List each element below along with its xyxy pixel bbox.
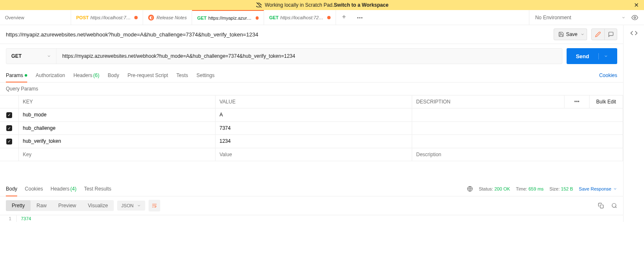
table-row: ✓	[0, 121, 623, 135]
globe-icon[interactable]	[467, 186, 473, 192]
view-pretty[interactable]: Pretty	[6, 200, 31, 211]
value-input[interactable]	[220, 125, 408, 131]
copy-icon[interactable]	[598, 203, 604, 209]
tab-url: https://myapiz.azurewe	[208, 15, 253, 21]
desc-input[interactable]	[416, 152, 619, 157]
status-value: 200 OK	[495, 186, 510, 191]
desc-input[interactable]	[416, 112, 619, 118]
comment-button[interactable]	[604, 28, 617, 40]
view-raw[interactable]: Raw	[31, 200, 52, 211]
col-actions[interactable]: •••	[564, 95, 590, 108]
key-input[interactable]	[23, 112, 211, 118]
search-icon[interactable]	[611, 203, 617, 209]
code-content[interactable]: 7374	[17, 215, 35, 222]
desc-input[interactable]	[416, 125, 619, 131]
key-input[interactable]	[23, 152, 211, 157]
url-input[interactable]	[56, 53, 562, 59]
col-key: KEY	[18, 95, 215, 108]
plus-icon	[341, 14, 347, 20]
query-params-title: Query Params	[0, 82, 623, 95]
bulk-edit-button[interactable]: Bulk Edit	[590, 95, 623, 108]
request-title-bar: https://myapiz.azurewebsites.net/webhook…	[0, 25, 623, 44]
method-label: POST	[76, 15, 89, 20]
tab-body[interactable]: Body	[108, 68, 119, 82]
pencil-icon	[595, 31, 601, 37]
tabs-bar: Overview POST https://localhost:7280 ◐ R…	[0, 10, 644, 25]
environment-select[interactable]: No Environment	[535, 15, 626, 21]
table-row: ✓	[0, 135, 623, 148]
new-tab-button[interactable]	[336, 14, 352, 21]
save-dropdown[interactable]	[578, 28, 587, 40]
col-check	[0, 95, 18, 108]
environment-label: No Environment	[535, 15, 571, 21]
resp-tab-tests[interactable]: Test Results	[84, 182, 111, 196]
code-icon[interactable]	[630, 29, 638, 37]
tabs-left: Overview POST https://localhost:7280 ◐ R…	[0, 10, 529, 25]
method-label: GET	[269, 15, 279, 20]
banner-text: Working locally in Scratch Pad.	[265, 2, 334, 8]
svg-point-3	[612, 203, 616, 207]
tab-overview[interactable]: Overview	[0, 10, 71, 25]
tab-get-myapiz[interactable]: GET https://myapiz.azurewe	[192, 10, 264, 25]
environment-section: No Environment	[529, 10, 644, 25]
tab-params[interactable]: Params	[6, 68, 27, 82]
tab-get-localhost[interactable]: GET https://localhost:7280/	[264, 10, 336, 25]
tab-authorization[interactable]: Authorization	[36, 68, 65, 82]
unsaved-dot-icon	[134, 16, 138, 19]
key-input[interactable]	[23, 138, 211, 144]
resp-tab-headers[interactable]: Headers (4)	[51, 182, 77, 196]
table-row: ✓	[0, 108, 623, 122]
wrap-button[interactable]	[149, 200, 160, 211]
switch-workspace-link[interactable]: Switch to a Workspace	[334, 2, 388, 8]
lang-label: JSON	[121, 203, 133, 208]
tab-tests[interactable]: Tests	[176, 68, 188, 82]
count-badge: (6)	[93, 72, 100, 78]
col-value: VALUE	[215, 95, 412, 108]
response-toolbar: Pretty Raw Preview Visualize JSON	[0, 196, 623, 215]
eye-icon[interactable]	[631, 14, 638, 21]
view-visualize[interactable]: Visualize	[82, 200, 114, 211]
resp-tab-body[interactable]: Body	[6, 182, 17, 196]
cookies-link[interactable]: Cookies	[599, 72, 617, 78]
view-preview[interactable]: Preview	[52, 200, 82, 211]
tab-more-button[interactable]: •••	[352, 15, 368, 20]
tab-prerequest[interactable]: Pre-request Script	[128, 68, 168, 82]
tab-post-localhost[interactable]: POST https://localhost:7280	[71, 10, 143, 25]
unsaved-dot-icon	[327, 16, 331, 19]
chevron-down-icon	[604, 54, 608, 58]
response-body: 1 7374	[0, 215, 623, 222]
resp-tab-cookies[interactable]: Cookies	[25, 182, 43, 196]
size-label: Size:	[549, 186, 559, 191]
value-input[interactable]	[220, 152, 408, 157]
send-button[interactable]: Send	[567, 48, 617, 64]
value-input[interactable]	[220, 138, 408, 144]
indicator-dot-icon	[25, 74, 27, 77]
checkbox[interactable]: ✓	[6, 125, 12, 131]
tab-headers[interactable]: Headers (6)	[73, 68, 99, 82]
checkbox[interactable]: ✓	[6, 139, 12, 144]
save-response-button[interactable]: Save Response	[579, 186, 617, 191]
checkbox[interactable]: ✓	[6, 112, 12, 118]
right-sidebar	[623, 25, 644, 222]
tab-url: https://localhost:7280	[90, 15, 132, 20]
chevron-down-icon	[580, 32, 585, 36]
desc-input[interactable]	[416, 138, 619, 144]
tab-label: Headers	[51, 186, 69, 192]
method-select[interactable]: GET	[6, 49, 56, 64]
svg-rect-2	[600, 205, 603, 208]
save-group: Save	[554, 28, 617, 40]
lang-select[interactable]: JSON	[117, 201, 145, 211]
save-label: Save	[566, 31, 577, 37]
close-icon[interactable]: ✕	[634, 2, 639, 8]
tab-label: Headers	[73, 72, 92, 78]
value-input[interactable]	[220, 112, 408, 118]
key-input[interactable]	[23, 125, 211, 131]
tab-label: Release Notes	[157, 15, 187, 20]
actions-box	[591, 28, 617, 40]
chevron-down-icon	[613, 187, 617, 191]
edit-button[interactable]	[592, 28, 604, 40]
tab-settings[interactable]: Settings	[197, 68, 215, 82]
tab-release-notes[interactable]: ◐ Release Notes	[143, 10, 192, 25]
unsaved-dot-icon	[256, 16, 259, 20]
time-value: 659 ms	[529, 186, 544, 191]
